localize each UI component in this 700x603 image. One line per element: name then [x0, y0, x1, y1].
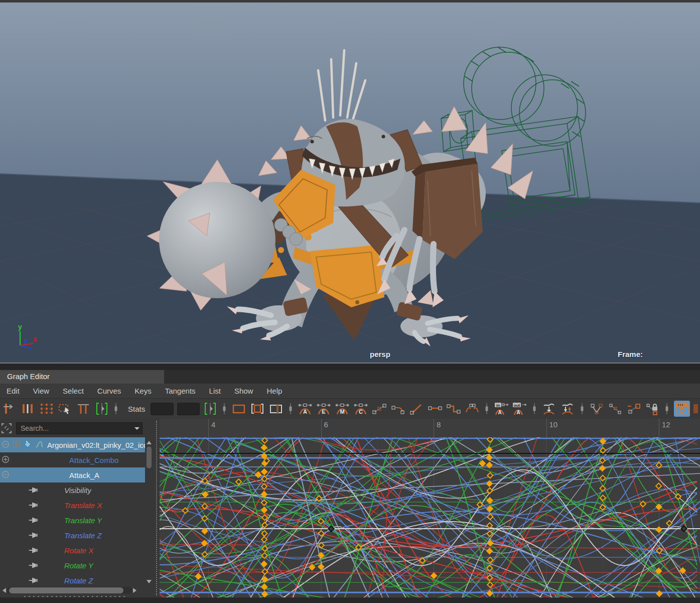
- scroll-up-icon[interactable]: [147, 438, 152, 444]
- animation-curves-canvas[interactable]: [160, 437, 700, 597]
- snap-time-button-icon[interactable]: [541, 401, 556, 417]
- auto-load-graph-editor-button-icon[interactable]: [674, 401, 690, 417]
- stats-label: Stats: [128, 405, 145, 413]
- graph-editor-tab[interactable]: Graph Editor: [0, 370, 164, 384]
- in-tangent-auto-button-icon[interactable]: inA: [494, 401, 509, 417]
- svg-text:in: in: [496, 403, 500, 407]
- isolate-curve-toggle-icon[interactable]: [95, 401, 109, 417]
- ease-tangent-button-icon[interactable]: E: [316, 401, 331, 417]
- minus-circle-icon[interactable]: [1, 470, 11, 480]
- pin-icon[interactable]: [28, 575, 38, 585]
- plateau-tangent-button-icon[interactable]: [465, 401, 480, 417]
- custom-tangent-button-icon[interactable]: C: [353, 401, 368, 417]
- menu-view[interactable]: View: [33, 387, 49, 395]
- squiggle-icon[interactable]: [34, 440, 44, 450]
- frame-center-current-time-button-icon[interactable]: [268, 401, 284, 417]
- auto-tangent-button-icon[interactable]: A: [298, 401, 313, 417]
- channel-row-translate-x[interactable]: Translate X: [0, 498, 145, 513]
- viewport-3d[interactable]: y z x persp Frame:: [0, 0, 700, 363]
- snap-value-button-icon[interactable]: [560, 401, 575, 417]
- outliner-header: Search...: [0, 419, 154, 437]
- outliner-splitter[interactable]: [154, 419, 160, 597]
- pin-icon[interactable]: [28, 485, 38, 495]
- frame-label: Frame:: [618, 350, 643, 358]
- outliner-node-attack-combo[interactable]: Attack_Combo: [0, 452, 145, 467]
- region-select-tool-icon[interactable]: [58, 401, 73, 417]
- scroll-down-icon[interactable]: [147, 580, 152, 586]
- channel-label: Rotate Z: [64, 576, 93, 585]
- horizontal-scroll-thumb[interactable]: [9, 587, 123, 593]
- graph-editor-tab-row: Graph Editor: [0, 370, 700, 384]
- pin-icon[interactable]: [28, 515, 38, 525]
- list-hierarchy-icon[interactable]: [0, 422, 13, 435]
- menu-tangents[interactable]: Tangents: [165, 387, 196, 395]
- ruler-tick-label: 4: [211, 420, 215, 429]
- clamped-tangent-button-icon[interactable]: [390, 401, 405, 417]
- channel-outliner: Search... Argonian_v02:lt_pinky_02_iconA…: [0, 419, 154, 597]
- menu-select[interactable]: Select: [63, 387, 84, 395]
- linear-tangent-button-icon[interactable]: [409, 401, 424, 417]
- search-dropdown-icon[interactable]: [134, 427, 139, 432]
- unify-tangents-button-icon[interactable]: [608, 401, 623, 417]
- move-nearest-picked-key-tool-icon[interactable]: [2, 401, 17, 417]
- flat-tangent-button-icon[interactable]: [428, 401, 443, 417]
- outliner-horizontal-scrollbar[interactable]: [0, 587, 145, 594]
- menu-edit[interactable]: Edit: [7, 387, 20, 395]
- stats-field-1[interactable]: [151, 403, 173, 415]
- outliner-node-attack-a[interactable]: Attack_A: [0, 467, 145, 483]
- minus-circle-icon[interactable]: [1, 440, 11, 450]
- search-placeholder: Search...: [21, 424, 49, 432]
- frame-selection-button-icon[interactable]: [250, 401, 265, 417]
- node-label: Attack_Combo: [69, 456, 118, 464]
- svg-text:M: M: [340, 409, 344, 415]
- free-tangent-weight-button-icon[interactable]: [626, 401, 641, 417]
- frame-all-button-icon[interactable]: [231, 401, 246, 417]
- plus-box-icon[interactable]: [12, 440, 22, 450]
- channel-row-rotate-x[interactable]: Rotate X: [0, 543, 145, 558]
- pin-icon[interactable]: [28, 545, 38, 555]
- outliner-vertical-scrollbar[interactable]: [146, 437, 153, 588]
- search-input[interactable]: Search...: [16, 422, 143, 434]
- clipped-toolbar-icon-icon[interactable]: [693, 401, 698, 417]
- panel-divider[interactable]: [0, 363, 700, 370]
- channel-row-translate-z[interactable]: Translate Z: [0, 528, 145, 543]
- node-label: Attack_A: [69, 471, 99, 479]
- stats-field-2[interactable]: [177, 403, 200, 415]
- mix-tangent-button-icon[interactable]: M: [335, 401, 350, 417]
- isolate-curve-toggle-2-icon[interactable]: [203, 401, 217, 417]
- scroll-left-icon[interactable]: [0, 588, 6, 593]
- pin-icon[interactable]: [28, 500, 38, 510]
- channel-row-rotate-z[interactable]: Rotate Z: [0, 573, 145, 588]
- spline-tangent-button-icon[interactable]: [372, 401, 387, 417]
- channel-row-rotate-y[interactable]: Rotate Y: [0, 558, 145, 573]
- insert-keys-tool-icon[interactable]: [21, 401, 36, 417]
- ruler-tick-label: 10: [549, 420, 558, 429]
- lock-tangent-weight-button-icon[interactable]: [645, 401, 660, 417]
- step-tangent-button-icon[interactable]: [446, 401, 461, 417]
- outliner-node-argonian-v02-lt-pinky-02-icon[interactable]: Argonian_v02:lt_pinky_02_icon: [0, 437, 145, 452]
- pin-icon[interactable]: [28, 530, 38, 540]
- channel-row-translate-y[interactable]: Translate Y: [0, 513, 145, 528]
- splitter-handle-6-icon: [579, 401, 586, 417]
- menu-list[interactable]: List: [209, 387, 221, 395]
- vertical-scroll-thumb[interactable]: [147, 446, 152, 468]
- menu-help[interactable]: Help: [266, 387, 282, 395]
- time-ruler[interactable]: 4681012: [160, 419, 700, 437]
- horizontal-scroll-track[interactable]: [7, 587, 132, 594]
- channel-row-visibility[interactable]: Visibility: [0, 483, 145, 498]
- break-tangents-button-icon[interactable]: [589, 401, 604, 417]
- node-label: Argonian_v02:lt_pinky_02_icon: [47, 441, 145, 449]
- plus-circle-icon[interactable]: [1, 455, 11, 465]
- menu-curves[interactable]: Curves: [97, 387, 121, 395]
- lattice-deform-keys-tool-icon[interactable]: [39, 401, 54, 417]
- scroll-right-icon[interactable]: [133, 588, 139, 593]
- pin-icon[interactable]: [28, 560, 38, 570]
- svg-text:A: A: [303, 409, 307, 415]
- retime-tool-icon[interactable]: [76, 401, 91, 417]
- diamond-icon[interactable]: [23, 440, 33, 450]
- bottom-strip: [0, 597, 700, 603]
- axis-y-label: y: [18, 323, 22, 331]
- menu-keys[interactable]: Keys: [134, 387, 151, 395]
- menu-show[interactable]: Show: [234, 387, 253, 395]
- out-tangent-auto-button-icon[interactable]: outA: [512, 401, 527, 417]
